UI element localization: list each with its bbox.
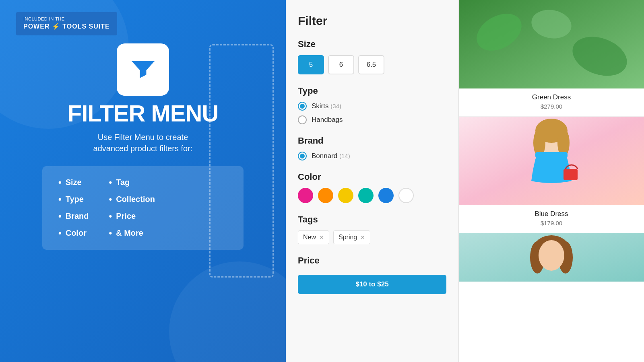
svg-rect-9 bbox=[535, 152, 568, 158]
type-skirts-radio[interactable] bbox=[298, 102, 307, 111]
brand-bonnard-label: Bonnard (14) bbox=[312, 152, 350, 160]
color-swatches bbox=[298, 188, 446, 203]
brand-bonnard-radio[interactable] bbox=[298, 152, 307, 160]
type-section: Type Skirts (34) Handbags bbox=[298, 86, 446, 124]
price-label: Price bbox=[298, 255, 446, 266]
color-swatch-blue[interactable] bbox=[378, 188, 394, 203]
badge-line2: POWER ⚡ TOOLS SUITE bbox=[23, 22, 110, 31]
filter-icon bbox=[128, 54, 158, 84]
feature-color: Color bbox=[58, 228, 89, 239]
filter-panel: Filter Size 5 6 6.5 Type Skirts (34) Han… bbox=[286, 0, 459, 362]
hero-subtitle: Use Filter Menu to createadvanced produc… bbox=[93, 132, 193, 154]
product-info-green-dress: Green Dress $279.00 bbox=[459, 88, 644, 116]
product-card-blue-dress: Blue Dress $179.00 bbox=[459, 117, 644, 233]
tags-label: Tags bbox=[298, 214, 446, 225]
type-handbags-option[interactable]: Handbags bbox=[298, 115, 446, 124]
filter-icon-container bbox=[117, 43, 169, 96]
features-col-1: Size Type Brand Color bbox=[58, 177, 89, 239]
price-section: Price $10 to $25 bbox=[298, 255, 446, 294]
product-card-third bbox=[459, 233, 644, 282]
type-handbags-label: Handbags bbox=[312, 116, 343, 124]
tag-spring-label: Spring bbox=[339, 234, 357, 241]
svg-rect-10 bbox=[564, 169, 578, 180]
features-box: Size Type Brand Color Tag Collection Pri… bbox=[42, 166, 244, 250]
price-button[interactable]: $10 to $25 bbox=[298, 275, 446, 294]
feature-size: Size bbox=[58, 177, 89, 188]
tag-new-close[interactable]: ✕ bbox=[319, 234, 324, 240]
size-btn-6-5[interactable]: 6.5 bbox=[358, 55, 384, 74]
tag-new: New ✕ bbox=[298, 230, 329, 244]
hero-title: FILTER MENU bbox=[68, 100, 219, 127]
brand-bonnard-option[interactable]: Bonnard (14) bbox=[298, 152, 446, 160]
svg-point-15 bbox=[539, 240, 564, 271]
product-price-blue-dress: $179.00 bbox=[467, 220, 636, 226]
product-card-green-dress: Green Dress $279.00 bbox=[459, 0, 644, 117]
feature-more: & More bbox=[109, 228, 155, 239]
feature-tag: Tag bbox=[109, 177, 155, 188]
tags-container: New ✕ Spring ✕ bbox=[298, 230, 446, 244]
type-skirts-label: Skirts (34) bbox=[312, 102, 341, 110]
product-name-blue-dress: Blue Dress bbox=[467, 210, 636, 218]
tag-spring-close[interactable]: ✕ bbox=[360, 234, 365, 240]
product-image-blue-dress bbox=[459, 117, 644, 205]
size-label: Size bbox=[298, 39, 446, 49]
type-label: Type bbox=[298, 86, 446, 96]
type-handbags-radio[interactable] bbox=[298, 115, 307, 124]
filter-heading: Filter bbox=[298, 14, 446, 28]
size-btn-6[interactable]: 6 bbox=[328, 55, 354, 74]
feature-collection: Collection bbox=[109, 194, 155, 205]
size-btn-5[interactable]: 5 bbox=[298, 55, 324, 74]
product-image-green-dress bbox=[459, 0, 644, 88]
tag-new-label: New bbox=[303, 234, 316, 241]
color-swatch-yellow[interactable] bbox=[338, 188, 353, 203]
color-swatch-pink[interactable] bbox=[298, 188, 313, 203]
product-price-green-dress: $279.00 bbox=[467, 103, 636, 110]
size-section: Size 5 6 6.5 bbox=[298, 39, 446, 74]
brand-label: Brand bbox=[298, 136, 446, 146]
product-image-third bbox=[459, 233, 644, 282]
products-panel: Green Dress $279.00 bbox=[459, 0, 644, 362]
tags-section: Tags New ✕ Spring ✕ bbox=[298, 214, 446, 244]
left-panel: INCLUDED IN THE POWER ⚡ TOOLS SUITE FILT… bbox=[0, 0, 286, 362]
tag-spring: Spring ✕ bbox=[333, 230, 370, 244]
badge-line1: INCLUDED IN THE bbox=[23, 16, 110, 22]
type-skirts-option[interactable]: Skirts (34) bbox=[298, 102, 446, 111]
type-skirts-count: (34) bbox=[330, 103, 341, 109]
feature-price: Price bbox=[109, 211, 155, 222]
product-name-green-dress: Green Dress bbox=[467, 93, 636, 101]
size-buttons: 5 6 6.5 bbox=[298, 55, 446, 74]
feature-brand: Brand bbox=[58, 211, 89, 222]
color-swatch-white[interactable] bbox=[398, 188, 414, 203]
brand-section: Brand Bonnard (14) bbox=[298, 136, 446, 160]
color-swatch-teal[interactable] bbox=[358, 188, 374, 203]
color-swatch-orange[interactable] bbox=[318, 188, 333, 203]
features-col-2: Tag Collection Price & More bbox=[109, 177, 155, 239]
color-label: Color bbox=[298, 172, 446, 182]
color-section: Color bbox=[298, 172, 446, 203]
product-info-blue-dress: Blue Dress $179.00 bbox=[459, 205, 644, 233]
feature-type: Type bbox=[58, 194, 89, 205]
brand-bonnard-count: (14) bbox=[339, 152, 350, 159]
badge: INCLUDED IN THE POWER ⚡ TOOLS SUITE bbox=[16, 12, 117, 35]
